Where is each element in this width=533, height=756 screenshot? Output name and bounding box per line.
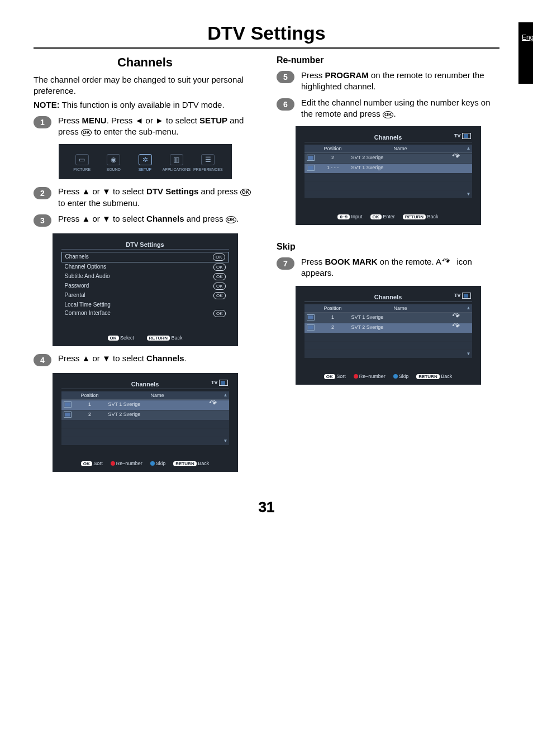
note-text: NOTE: This function is only available in…: [63, 99, 256, 111]
ok-icon: OK: [240, 189, 251, 196]
channel-row: 1 SVT 1 Sverige: [61, 400, 229, 410]
page-number: 31: [34, 499, 499, 516]
menu-picture: ▭PICTURE: [66, 154, 98, 171]
channel-row: 1 - - - SVT 1 Sverige: [304, 163, 472, 173]
step-7: 7 Press BOOK MARK on the remote. A icon …: [277, 256, 499, 279]
intro-text: The channel order may be changed to suit…: [34, 74, 256, 97]
osd-row: Subtitle And AudioOK: [61, 272, 229, 281]
step-6: 6 Edit the channel number using the numb…: [277, 97, 499, 120]
osd-skip-panel: TV Channels Position Name ▲ 1 SVT 1 Sver…: [296, 286, 481, 385]
language-tab: English: [518, 22, 533, 84]
ok-icon: OK: [383, 111, 394, 118]
channel-row: 2 SVT 2 Sverige: [304, 323, 472, 333]
section-channels-heading: Channels: [34, 55, 256, 70]
page-title: DTV Settings: [34, 22, 499, 44]
channel-row: 2 SVT 2 Sverige: [304, 153, 472, 163]
step-5: 5 Press PROGRAM on the remote to renumbe…: [277, 70, 499, 93]
left-column: Channels The channel order may be change…: [34, 52, 256, 479]
osd-row: Common InterfaceOK: [61, 309, 229, 318]
step-badge: 1: [34, 116, 51, 128]
step-2: 2 Press ▲ or ▼ to select DTV Settings an…: [34, 186, 256, 209]
osd-channels-list: TV Channels Position Name ▲ 1 SVT 1 Sver…: [53, 373, 238, 472]
menu-sound: ◉SOUND: [98, 154, 129, 171]
title-rule: [34, 47, 499, 49]
osd-row: PasswordOK: [61, 281, 229, 291]
skip-icon: [210, 401, 221, 408]
right-column: Re-number 5 Press PROGRAM on the remote …: [277, 52, 499, 479]
channel-row: 1 SVT 1 Sverige: [304, 313, 472, 323]
osd-renumber-panel: TV Channels Position Name ▲ 2 SVT 2 Sver…: [296, 126, 481, 225]
osd-row: Channel OptionsOK: [61, 262, 229, 272]
skip-icon: [443, 259, 454, 266]
osd-row: ChannelsOK: [61, 252, 229, 262]
ok-icon: OK: [81, 129, 92, 136]
menu-applications: ▥APPLICATIONS: [161, 154, 192, 171]
skip-heading: Skip: [277, 242, 499, 252]
step-1: 1 Press MENU. Press ◄ or ► to select SET…: [34, 115, 256, 138]
osd-row: ParentalOK: [61, 291, 229, 300]
skip-icon: [453, 324, 464, 331]
osd-menu-strip: ▭PICTURE ◉SOUND ✲SETUP ▥APPLICATIONS ☰PR…: [59, 144, 232, 179]
step-4: 4 Press ▲ or ▼ to select Channels.: [34, 353, 256, 366]
osd-dtv-settings: DTV Settings ChannelsOK Channel OptionsO…: [53, 233, 238, 346]
osd-row: Local Time Setting: [61, 300, 229, 309]
skip-icon: [453, 155, 464, 161]
channel-row: 2 SVT 2 Sverige: [61, 410, 229, 420]
menu-setup: ✲SETUP: [129, 154, 160, 171]
menu-preferences: ☰PREFERENCES: [192, 154, 223, 171]
skip-icon: [453, 314, 464, 321]
ok-icon: OK: [226, 216, 237, 223]
step-3: 3 Press ▲ or ▼ to select Channels and pr…: [34, 213, 256, 227]
renumber-heading: Re-number: [277, 55, 499, 65]
